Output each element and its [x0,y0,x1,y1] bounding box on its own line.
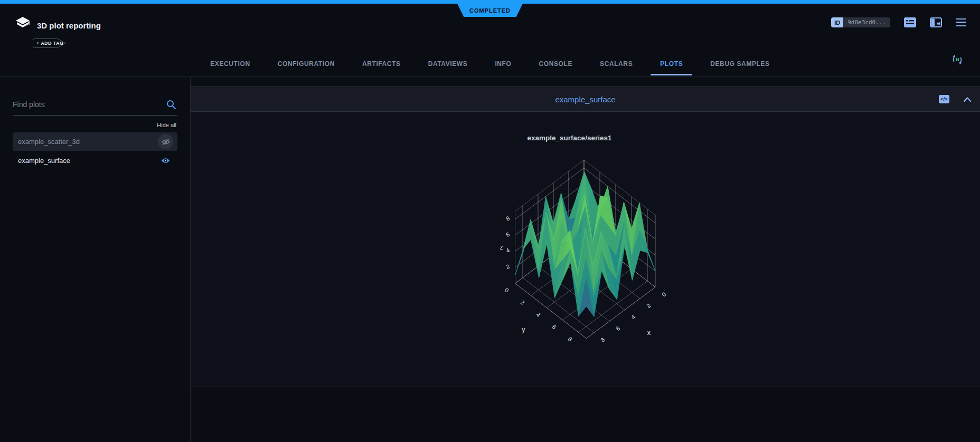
list-item-example-surface[interactable]: example_surface [13,151,177,170]
task-details-button[interactable] [904,17,916,27]
plot-panel-title: example_surface [555,95,615,104]
tab-scalars[interactable]: SCALARS [597,60,636,76]
chart-title: example_surface/series1 [191,134,948,142]
list-item-example-scatter-3d[interactable]: example_scatter_3d [13,132,177,151]
svg-text:4: 4 [505,247,511,254]
embed-code-icon[interactable]: </> [939,95,949,103]
svg-text:2: 2 [519,299,525,306]
chevron-up-icon [963,97,972,102]
plots-main: example_surface </> example_surface/seri… [191,77,980,442]
details-card-icon [904,17,916,27]
auto-refresh-button[interactable] [950,53,964,69]
plot-list: example_scatter_3d example_surface [13,132,177,170]
eye-off-icon [162,138,170,146]
svg-text:8: 8 [505,215,511,222]
toggle-visibility-button[interactable] [158,134,173,149]
menu-button[interactable] [956,18,966,27]
svg-text:6: 6 [505,231,511,238]
experiment-logo-icon [15,16,31,31]
svg-text:4: 4 [535,311,541,318]
svg-text:6: 6 [615,325,621,332]
svg-text:0: 0 [503,287,510,294]
content-area: Hide all example_scatter_3d example_surf… [0,77,980,442]
menu-bar [956,25,966,27]
svg-text:z: z [500,244,503,251]
plot-canvas-area[interactable]: example_surface/series1 02468024682468xy… [191,112,980,387]
auto-refresh-icon [950,53,964,66]
search-row [13,98,177,116]
header-actions: ID 9d0e3cd0... [831,17,966,27]
svg-text:x: x [647,329,651,337]
svg-text:0: 0 [661,291,667,297]
svg-text:8: 8 [567,335,573,342]
collapse-panel-button[interactable] [963,97,972,102]
plot-item-label: example_surface [18,157,70,165]
eye-icon [161,157,170,164]
surface-3d-chart[interactable]: 02468024682468xyz [455,153,719,364]
tab-configuration[interactable]: CONFIGURATION [275,60,338,76]
task-id-badge[interactable]: ID 9d0e3cd0... [831,17,890,27]
menu-bar [956,22,966,23]
tab-execution[interactable]: EXECUTION [207,60,253,76]
split-view-icon [930,17,942,27]
plot-panel-header: example_surface </> [191,87,980,112]
svg-text:6: 6 [551,323,557,330]
status-badge: COMPLETED [457,4,523,17]
toggle-visibility-button[interactable] [158,153,173,168]
status-color-strip [0,0,980,4]
tab-artifacts[interactable]: ARTIFACTS [359,60,404,76]
id-chip-label: ID [831,17,843,27]
plot-panel: example_surface </> example_surface/seri… [191,87,980,387]
panel-header-actions: </> [939,87,972,111]
plots-sidebar: Hide all example_scatter_3d example_surf… [0,77,191,442]
page-title: 3D plot reporting [37,21,101,30]
hide-all-button[interactable]: Hide all [13,122,176,128]
tab-plots[interactable]: PLOTS [657,60,686,76]
tab-console[interactable]: CONSOLE [535,60,576,76]
svg-text:2: 2 [645,302,652,309]
layout-view-button[interactable] [930,17,942,27]
search-input[interactable] [13,98,177,115]
id-value: 9d0e3cd0... [843,17,890,27]
tab-dataviews[interactable]: DATAVIEWS [425,60,471,76]
tab-debug-samples[interactable]: DEBUG SAMPLES [707,60,772,76]
svg-text:4: 4 [630,314,636,321]
tab-info[interactable]: INFO [492,60,514,76]
svg-text:8: 8 [599,337,606,343]
tab-bar: EXECUTION CONFIGURATION ARTIFACTS DATAVI… [0,45,980,76]
menu-bar [956,18,966,20]
status-badge-label: COMPLETED [469,7,511,14]
svg-text:2: 2 [505,263,511,270]
plot-item-label: example_scatter_3d [18,138,80,146]
svg-text:y: y [522,326,525,333]
search-icon[interactable] [166,99,176,110]
